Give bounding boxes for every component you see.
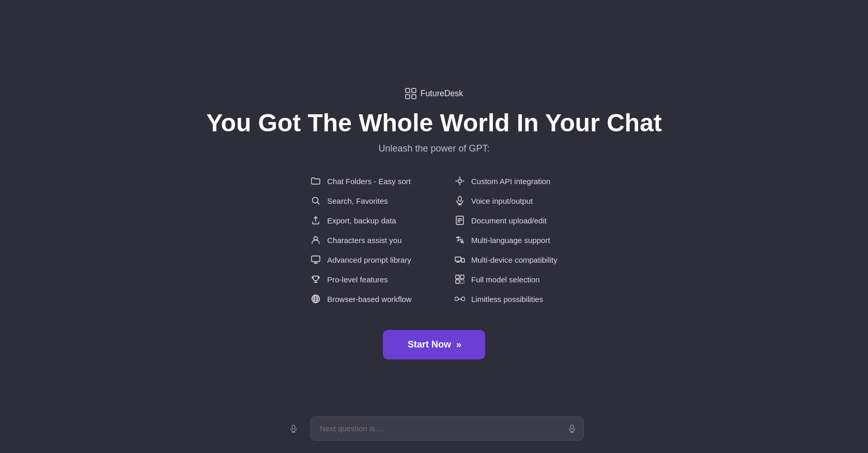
feature-export-backup: Export, backup data <box>311 215 413 225</box>
svg-rect-0 <box>406 88 410 93</box>
infinity-icon <box>455 294 465 304</box>
main-headline: You Got The Whole World In Your Chat <box>206 109 662 137</box>
bottom-input-bar <box>0 406 868 453</box>
feature-multi-language: Multi-language support <box>455 235 557 245</box>
model-icon <box>455 274 465 284</box>
feature-label: Limitless possibilities <box>471 295 543 304</box>
brand-icon <box>405 88 416 99</box>
svg-rect-7 <box>312 256 320 262</box>
trophy-icon <box>311 274 321 284</box>
brand-name: FutureDesk <box>421 89 463 98</box>
feature-browser-workflow: Browser-based workflow <box>311 294 413 304</box>
feature-label: Multi-language support <box>471 236 550 245</box>
microphone-icon <box>455 195 465 206</box>
feature-voice-io: Voice input/output <box>455 195 557 206</box>
feature-document-upload: Document upload/edit <box>455 215 557 225</box>
features-left-col: Chat Folders - Easy sort Search, Favorit… <box>311 176 413 304</box>
svg-rect-25 <box>460 275 464 279</box>
translate-icon <box>455 235 465 245</box>
feature-label: Voice input/output <box>471 197 533 205</box>
devices-icon <box>455 254 465 265</box>
feature-model-selection: Full model selection <box>455 274 557 284</box>
feature-custom-api: Custom API integration <box>455 176 557 186</box>
feature-label: Document upload/edit <box>471 216 547 225</box>
svg-point-13 <box>458 179 462 183</box>
search-icon <box>311 195 321 206</box>
feature-prompt-library: Advanced prompt library <box>311 254 413 265</box>
feature-label: Search, Favorites <box>327 197 388 205</box>
feature-limitless: Limitless possibilities <box>455 294 557 304</box>
document-icon <box>455 215 465 225</box>
features-right-col: Custom API integration Voice input/outpu… <box>455 176 557 304</box>
svg-rect-28 <box>292 425 295 429</box>
feature-pro-level: Pro-level features <box>311 274 413 284</box>
person-icon <box>311 235 321 245</box>
brand-header: FutureDesk <box>405 88 463 99</box>
chat-input-wrapper <box>310 416 584 441</box>
chat-input[interactable] <box>310 416 584 441</box>
start-now-button[interactable]: Start Now » <box>383 330 485 359</box>
svg-rect-21 <box>455 257 461 261</box>
feature-label: Advanced prompt library <box>327 255 411 264</box>
feature-label: Pro-level features <box>327 275 388 284</box>
svg-rect-1 <box>412 88 416 93</box>
feature-label: Characters assist you <box>327 236 401 245</box>
feature-label: Custom API integration <box>471 177 550 186</box>
svg-rect-14 <box>458 197 461 201</box>
right-mic-button[interactable] <box>567 424 577 433</box>
feature-label: Chat Folders - Easy sort <box>327 177 411 186</box>
svg-rect-3 <box>412 95 416 99</box>
svg-rect-2 <box>406 95 410 99</box>
svg-rect-26 <box>456 280 459 283</box>
svg-rect-31 <box>570 425 573 429</box>
input-container <box>284 416 584 441</box>
left-mic-button[interactable] <box>284 419 303 438</box>
svg-rect-22 <box>461 259 464 262</box>
feature-multi-device: Multi-device compatibility <box>455 254 557 265</box>
feature-label: Full model selection <box>471 275 540 284</box>
upload-icon <box>311 215 321 225</box>
folder-icon <box>311 176 321 186</box>
feature-search-favorites: Search, Favorites <box>311 195 413 206</box>
feature-label: Multi-device compatibility <box>471 255 557 264</box>
api-icon <box>455 176 465 186</box>
sub-headline: Unleash the power of GPT: <box>378 143 489 154</box>
start-button-label: Start Now <box>408 339 451 350</box>
feature-chat-folders: Chat Folders - Easy sort <box>311 176 413 186</box>
feature-label: Export, backup data <box>327 216 396 225</box>
globe-icon <box>311 294 321 304</box>
svg-rect-24 <box>456 275 459 279</box>
svg-rect-27 <box>460 280 464 283</box>
svg-line-5 <box>317 202 319 204</box>
features-grid: Chat Folders - Easy sort Search, Favorit… <box>311 176 557 304</box>
chevrons-icon: » <box>456 339 460 350</box>
monitor-icon <box>311 254 321 265</box>
feature-label: Browser-based workflow <box>327 295 411 304</box>
feature-characters: Characters assist you <box>311 235 413 245</box>
